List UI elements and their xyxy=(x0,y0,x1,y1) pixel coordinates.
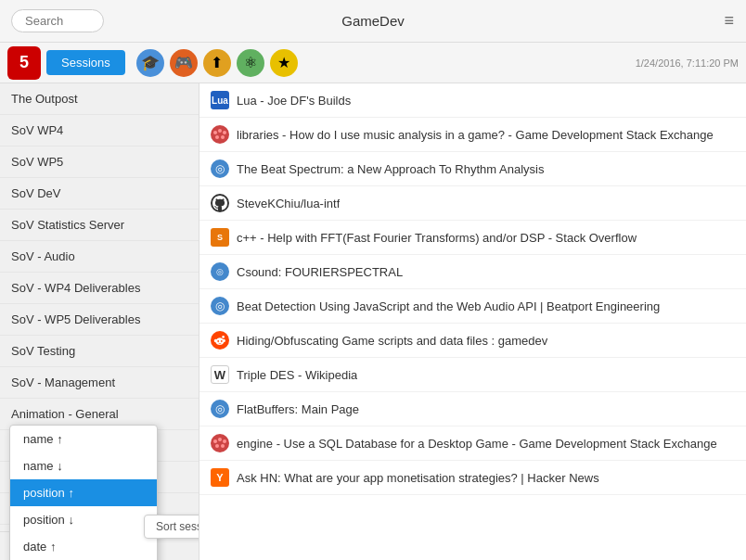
main-layout: The Outpost SoV WP4 SoV WP5 SoV DeV SoV … xyxy=(0,83,746,560)
hn-icon-11: Y xyxy=(211,468,229,487)
gd-icon-10 xyxy=(211,434,229,452)
content-item-9[interactable]: ◎ FlatBuffers: Main Page xyxy=(199,392,746,426)
circle-icon-2: ◎ xyxy=(211,159,229,178)
content-text-8: Triple DES - Wikipedia xyxy=(237,368,357,382)
sidebar-item-sov-stats[interactable]: SoV Statistics Server xyxy=(0,210,199,241)
sort-date-asc[interactable]: date ↑ xyxy=(10,533,157,560)
sort-dropdown: name ↑ name ↓ position ↑ position ↓ date… xyxy=(9,425,158,560)
gd-icon-1 xyxy=(211,125,229,144)
svg-point-10 xyxy=(212,435,228,452)
menu-icon[interactable]: ≡ xyxy=(724,11,735,31)
svg-point-13 xyxy=(223,439,226,443)
content-text-2: The Beat Spectrum: a New Approach To Rhy… xyxy=(237,162,544,176)
sort-position-desc[interactable]: position ↓ xyxy=(10,506,157,533)
tab-icon-arrow[interactable]: ⬆ xyxy=(203,49,231,77)
wiki-icon-8: W xyxy=(211,365,229,384)
sort-sessions-tooltip: Sort sessions xyxy=(144,515,199,539)
sidebar-item-sov-dev[interactable]: SoV DeV xyxy=(0,178,199,210)
tab-icon-atom[interactable]: ⚛ xyxy=(237,49,264,77)
svg-point-9 xyxy=(221,340,223,342)
reddit-icon-7 xyxy=(211,331,229,350)
sessions-button[interactable]: Sessions xyxy=(46,50,125,75)
js-icon-6: ◎ xyxy=(211,297,229,315)
svg-point-12 xyxy=(218,438,222,441)
search-input[interactable] xyxy=(11,9,104,32)
svg-point-2 xyxy=(218,129,222,133)
content-text-4: c++ - Help with FFT(Fast Fourier Transfo… xyxy=(237,231,637,245)
sidebar-item-sov-wp5-del[interactable]: SoV - WP5 Deliverables xyxy=(0,304,199,336)
content-text-0: Lua - Joe DF's Builds xyxy=(237,94,351,108)
content-text-5: Csound: FOURIERSPECTRAL xyxy=(237,265,403,279)
sessions-bar: 5 Sessions 🎓 🎮 ⬆ ⚛ ★ 1/24/2016, 7:11:20 … xyxy=(0,43,746,83)
content-item-6[interactable]: ◎ Beat Detection Using JavaScript and th… xyxy=(199,289,746,324)
sort-name-desc[interactable]: name ↓ xyxy=(10,452,157,479)
tab-icons: 🎓 🎮 ⬆ ⚛ ★ xyxy=(136,49,636,77)
content-text-10: engine - Use a SQL Database for a Deskto… xyxy=(237,437,717,451)
svg-point-7 xyxy=(222,336,225,338)
content-text-3: SteveKChiu/lua-intf xyxy=(237,197,340,210)
svg-point-8 xyxy=(217,340,219,342)
content-item-4[interactable]: S c++ - Help with FFT(Fast Fourier Trans… xyxy=(199,221,746,255)
tab-icon-star[interactable]: ★ xyxy=(270,49,298,77)
content-item-8[interactable]: W Triple DES - Wikipedia xyxy=(199,358,746,392)
svg-point-15 xyxy=(221,444,225,448)
svg-point-14 xyxy=(215,444,219,448)
content-item-10[interactable]: engine - Use a SQL Database for a Deskto… xyxy=(199,426,746,461)
sidebar-item-sov-wp5[interactable]: SoV WP5 xyxy=(0,146,199,178)
sessions-timestamp: 1/24/2016, 7:11:20 PM xyxy=(636,57,739,69)
sidebar-item-sov-testing[interactable]: SoV Testing xyxy=(0,336,199,367)
sort-position-asc[interactable]: position ↑ xyxy=(10,479,157,506)
content-item-7[interactable]: Hiding/Obfuscating Game scripts and data… xyxy=(199,324,746,358)
sort-name-asc[interactable]: name ↑ xyxy=(10,426,157,452)
svg-point-4 xyxy=(215,135,219,139)
sidebar-item-sov-audio[interactable]: SoV - Audio xyxy=(0,241,199,273)
svg-point-5 xyxy=(221,135,225,139)
page-title: GameDev xyxy=(341,13,405,29)
content-item-11[interactable]: Y Ask HN: What are your app monetisation… xyxy=(199,461,746,495)
content-text-1: libraries - How do I use music analysis … xyxy=(237,128,714,142)
sessions-logo[interactable]: 5 xyxy=(7,46,41,80)
content-area: Lua Lua - Joe DF's Builds libraries - Ho… xyxy=(199,83,746,560)
so-icon-4: S xyxy=(211,228,229,247)
content-text-9: FlatBuffers: Main Page xyxy=(237,402,359,416)
sidebar-item-the-outpost[interactable]: The Outpost xyxy=(0,83,199,115)
content-text-11: Ask HN: What are your app monetisation s… xyxy=(237,471,599,485)
top-bar: GameDev ≡ xyxy=(0,0,746,43)
sidebar-item-sov-wp4-del[interactable]: SoV - WP4 Deliverables xyxy=(0,273,199,304)
github-icon-3 xyxy=(211,194,229,212)
tab-icon-education[interactable]: 🎓 xyxy=(136,49,164,77)
tab-icon-game[interactable]: 🎮 xyxy=(170,49,198,77)
content-item-0[interactable]: Lua Lua - Joe DF's Builds xyxy=(199,83,746,118)
svg-point-3 xyxy=(223,131,226,134)
svg-point-1 xyxy=(213,131,217,134)
content-item-5[interactable]: ◎ Csound: FOURIERSPECTRAL xyxy=(199,255,746,289)
svg-point-11 xyxy=(213,439,217,443)
content-item-3[interactable]: SteveKChiu/lua-intf xyxy=(199,186,746,221)
cs-icon-5: ◎ xyxy=(211,262,229,281)
sidebar-item-sov-wp4[interactable]: SoV WP4 xyxy=(0,115,199,146)
content-item-2[interactable]: ◎ The Beat Spectrum: a New Approach To R… xyxy=(199,152,746,186)
fb-icon-9: ◎ xyxy=(211,400,229,418)
content-text-6: Beat Detection Using JavaScript and the … xyxy=(237,299,660,313)
content-text-7: Hiding/Obfuscating Game scripts and data… xyxy=(237,334,547,348)
sidebar-item-sov-mgmt[interactable]: SoV - Management xyxy=(0,367,199,399)
sidebar: The Outpost SoV WP4 SoV WP5 SoV DeV SoV … xyxy=(0,83,199,560)
content-item-1[interactable]: libraries - How do I use music analysis … xyxy=(199,118,746,152)
svg-point-0 xyxy=(212,126,228,143)
lua-icon: Lua xyxy=(211,91,229,109)
